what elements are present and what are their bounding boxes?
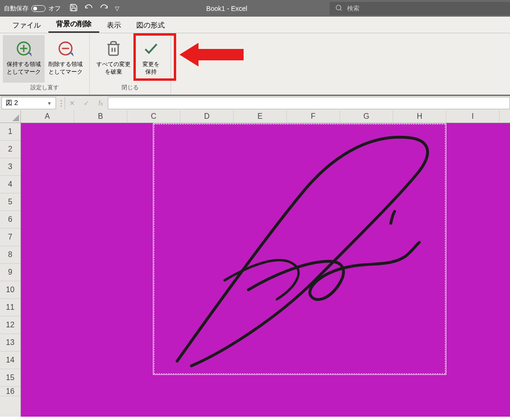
row-header[interactable]: 8 — [0, 246, 20, 264]
column-header[interactable]: H — [393, 110, 446, 123]
mark-remove-label: 削除する領域 としてマーク — [48, 61, 83, 76]
cancel-formula-button[interactable]: ✕ — [65, 97, 79, 109]
row-header[interactable]: 2 — [0, 141, 20, 158]
customize-qat-icon[interactable]: ▽ — [115, 5, 119, 12]
insert-function-button[interactable]: fx — [94, 97, 108, 109]
ribbon-tabs: ファイル 背景の削除 表示 図の形式 — [0, 17, 510, 33]
row-header[interactable]: 3 — [0, 158, 20, 176]
mark-areas-to-keep-button[interactable]: 保持する領域 としてマーク — [3, 35, 45, 83]
tab-picture-format[interactable]: 図の形式 — [129, 18, 172, 33]
formula-input[interactable] — [108, 97, 510, 109]
tab-view[interactable]: 表示 — [99, 18, 129, 33]
tab-file[interactable]: ファイル — [5, 18, 48, 33]
mark-remove-icon — [57, 38, 75, 59]
autosave-label: 自動保存 — [4, 4, 28, 13]
search-placeholder: 検索 — [347, 4, 359, 13]
chevron-down-icon[interactable]: ▼ — [47, 101, 52, 106]
column-header[interactable]: C — [127, 110, 180, 123]
formula-bar-area: 図 2 ▼ ⋮ ✕ ✓ fx — [0, 95, 510, 110]
row-header[interactable]: 9 — [0, 264, 20, 281]
cells-canvas[interactable] — [21, 123, 510, 417]
row-header[interactable]: 13 — [0, 334, 20, 352]
window-title: Book1 - Excel — [124, 5, 330, 12]
mark-keep-label: 保持する領域 としてマーク — [7, 61, 41, 76]
column-header[interactable]: I — [446, 110, 500, 123]
inserted-picture[interactable] — [153, 123, 446, 375]
row-headers: 1 2 3 4 5 6 7 8 9 10 11 12 13 14 15 16 — [0, 123, 21, 417]
spreadsheet-grid: A B C D E F G H I 1 2 3 4 5 6 7 8 9 10 1… — [0, 110, 510, 417]
name-box[interactable]: 図 2 ▼ — [1, 97, 56, 109]
column-header[interactable]: F — [287, 110, 340, 123]
column-headers: A B C D E F G H I — [0, 110, 510, 123]
autosave-toggle[interactable] — [31, 5, 46, 12]
column-header[interactable]: G — [340, 110, 393, 123]
row-header[interactable]: 5 — [0, 193, 20, 211]
row-header[interactable]: 6 — [0, 211, 20, 229]
row-header[interactable]: 4 — [0, 176, 20, 193]
mark-keep-icon — [15, 38, 33, 59]
discard-label: すべての変更 を破棄 — [96, 61, 131, 76]
discard-icon — [105, 38, 122, 59]
search-icon — [335, 4, 342, 13]
column-header[interactable]: A — [21, 110, 74, 123]
keep-changes-icon — [142, 38, 160, 59]
keep-changes-button[interactable]: 変更を 保持 — [134, 35, 168, 83]
row-header[interactable]: 15 — [0, 369, 20, 387]
formula-bar-separator: ⋮ — [57, 97, 65, 109]
undo-icon[interactable] — [85, 3, 93, 14]
row-header[interactable]: 1 — [0, 123, 20, 141]
row-header[interactable]: 14 — [0, 352, 20, 369]
ribbon-group-refine: 保持する領域 としてマーク 削除する領域 としてマーク 設定し直す — [0, 33, 90, 95]
quick-access-toolbar: ▽ — [65, 3, 124, 14]
discard-all-changes-button[interactable]: すべての変更 を破棄 — [93, 35, 134, 83]
signature-graphic — [163, 128, 438, 371]
autosave-state: オフ — [48, 4, 61, 13]
svg-marker-9 — [179, 43, 244, 67]
column-header[interactable]: D — [180, 110, 234, 123]
row-header[interactable]: 16 — [0, 387, 20, 396]
title-bar: 自動保存 オフ ▽ Book1 - Excel 検索 — [0, 0, 510, 17]
keep-changes-label: 変更を 保持 — [142, 61, 160, 76]
annotation-arrow — [179, 40, 246, 71]
column-header[interactable]: B — [74, 110, 127, 123]
ribbon-group-close: すべての変更 を破棄 変更を 保持 閉じる — [90, 33, 171, 95]
svg-point-0 — [336, 5, 341, 10]
redo-icon[interactable] — [100, 3, 108, 14]
tab-background-removal[interactable]: 背景の削除 — [48, 17, 99, 33]
column-header[interactable]: E — [234, 110, 287, 123]
svg-line-1 — [340, 9, 341, 10]
ribbon-group-close-label: 閉じる — [122, 83, 139, 93]
row-header[interactable]: 11 — [0, 299, 20, 316]
save-icon[interactable] — [69, 3, 78, 14]
ribbon-group-refine-label: 設定し直す — [30, 83, 59, 93]
row-header[interactable]: 7 — [0, 229, 20, 246]
enter-formula-button[interactable]: ✓ — [79, 97, 94, 109]
row-header[interactable]: 12 — [0, 316, 20, 334]
autosave-toggle-group[interactable]: 自動保存 オフ — [0, 4, 65, 13]
mark-areas-to-remove-button[interactable]: 削除する領域 としてマーク — [45, 35, 86, 83]
select-all-button[interactable] — [0, 110, 21, 123]
row-header[interactable]: 10 — [0, 281, 20, 299]
search-box[interactable]: 検索 — [330, 2, 510, 15]
ribbon: 保持する領域 としてマーク 削除する領域 としてマーク 設定し直す すべての変更… — [0, 33, 510, 95]
name-box-value: 図 2 — [6, 99, 18, 107]
